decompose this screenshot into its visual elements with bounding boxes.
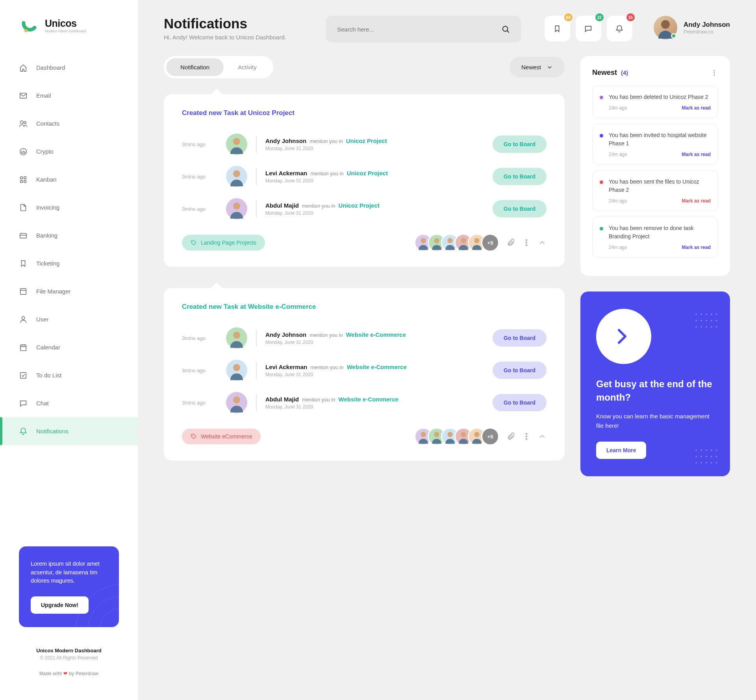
nav-label: To do List [36,372,61,379]
sidebar-item-invoicing[interactable]: Invoicing [0,193,138,221]
feed-item: You has been invited to hospital website… [592,124,718,165]
page-title: Notifications [164,16,313,32]
go-to-board-button[interactable]: Go to Board [493,329,547,347]
bell-button[interactable]: 15 [607,16,632,41]
notif-time: 3mins ago [182,174,217,180]
nav-icon [19,91,28,100]
banner: ●●●●●●●●●●●●●●● Get busy at the end of t… [580,292,730,476]
collapse-button[interactable] [538,432,547,441]
more-avatars[interactable]: +5 [481,427,499,446]
svg-point-45 [421,432,426,437]
feed-count: (4) [621,69,628,76]
nav-icon [19,427,28,436]
sidebar-item-dashboard[interactable]: Dashboard [0,54,138,82]
notif-date: Monday, June 31 2020 [265,372,484,377]
notification-row: 3mins agoLevi Ackerman mention you in We… [182,354,547,386]
nav-list: DashboardEmailContactsCryptoKanbanInvoic… [0,54,138,534]
notif-project[interactable]: Website e-Commerce [339,396,398,403]
nav-label: Notifications [36,428,69,434]
tabs-row: Notification Activity Newest [164,56,565,78]
logo[interactable]: Unicos Modern Admin Dashboard [0,16,138,54]
go-to-board-button[interactable]: Go to Board [493,136,547,153]
sidebar-item-ticketing[interactable]: Ticketing [0,249,138,277]
go-to-board-button[interactable]: Go to Board [493,362,547,379]
project-tag[interactable]: Website eCommerce [182,429,261,444]
sidebar-item-notifications[interactable]: Notifications [0,417,138,445]
chevrons-icon [612,325,636,348]
notif-project[interactable]: Unicoz Project [347,170,388,176]
svg-point-57 [714,70,715,71]
user-chip[interactable]: Andy Johnson Peterdraw.co [654,16,730,39]
more-vertical-icon[interactable] [710,69,718,77]
page-subtitle: Hi, Andy! Welcome back to Unicos Dashboa… [164,34,313,41]
sidebar-item-kanban[interactable]: Kanban [0,165,138,193]
sidebar-item-user[interactable]: User [0,305,138,333]
feed-time: 24m ago [609,152,627,157]
more-button[interactable] [522,238,531,247]
svg-rect-8 [24,180,26,182]
notif-date: Monday, June 31 2020 [265,404,484,410]
tab-notification[interactable]: Notification [166,58,224,76]
footer-line-1: Unicos Modern Dashboard [12,648,126,654]
search-input[interactable] [337,26,496,33]
svg-rect-12 [20,345,26,351]
go-to-board-button[interactable]: Go to Board [493,394,547,411]
sort-dropdown[interactable]: Newest [510,57,565,78]
svg-rect-10 [20,288,26,294]
go-to-board-button[interactable]: Go to Board [493,200,547,217]
sidebar-item-contacts[interactable]: Contacts [0,110,138,137]
chat-icon [584,24,593,33]
notif-project[interactable]: Website e-Commerce [347,364,407,370]
svg-point-2 [20,121,23,123]
nav-label: Ticketing [36,260,59,267]
svg-point-22 [233,202,240,210]
sidebar-item-file-manager[interactable]: File Manager [0,277,138,305]
attachment-button[interactable] [506,432,515,441]
footer: Unicos Modern Dashboard © 2021 All Right… [0,640,138,684]
notif-project[interactable]: Unicoz Project [339,202,380,209]
search-box[interactable] [326,16,521,43]
more-vertical-icon [522,238,531,247]
promo-text: Lorem ipsum sit dolor amet acsentur, de … [31,560,107,585]
svg-point-20 [233,170,240,177]
notif-time: 3mins ago [182,335,217,341]
bell-icon [615,24,624,33]
nav-label: Contacts [36,120,59,127]
svg-rect-6 [24,176,26,179]
feed-text: You has been invited to hospital website… [609,131,711,148]
tab-activity[interactable]: Activity [224,58,271,76]
nav-icon [19,343,28,352]
more-button[interactable] [522,432,531,441]
sidebar-item-banking[interactable]: Banking [0,221,138,249]
svg-point-53 [474,432,479,437]
svg-point-49 [447,432,452,437]
upgrade-button[interactable]: Upgrade Now! [31,596,89,614]
sidebar-item-chat[interactable]: Chat [0,389,138,417]
svg-rect-13 [20,372,26,378]
sidebar-item-to-do-list[interactable]: To do List [0,361,138,389]
collapse-button[interactable] [538,238,547,247]
bookmark-button[interactable]: 84 [545,16,570,41]
nav-icon [19,119,28,128]
mark-as-read[interactable]: Mark as read [682,105,711,111]
chat-button[interactable]: 22 [576,16,601,41]
attachment-button[interactable] [506,238,515,247]
avatar [226,360,247,381]
notif-project[interactable]: Unicoz Project [346,137,387,144]
sidebar-item-calendar[interactable]: Calendar [0,333,138,361]
project-tag[interactable]: Landing Page Projects [182,235,265,251]
nav-label: Kanban [36,176,57,183]
avatar [226,134,247,155]
notification-row: 3mins agoLevi Ackerman mention you in Un… [182,160,547,193]
go-to-board-button[interactable]: Go to Board [493,168,547,185]
mark-as-read[interactable]: Mark as read [682,198,711,204]
sidebar-item-crypto[interactable]: Crypto [0,137,138,165]
notif-project[interactable]: Website e-Commerce [346,331,406,338]
sidebar-item-email[interactable]: Email [0,82,138,110]
learn-more-button[interactable]: Learn More [596,442,646,459]
more-avatars[interactable]: +5 [481,234,499,252]
notif-mention: mention you in [309,138,343,144]
mark-as-read[interactable]: Mark as read [682,245,711,250]
mark-as-read[interactable]: Mark as read [682,152,711,157]
bell-badge: 15 [626,13,635,21]
